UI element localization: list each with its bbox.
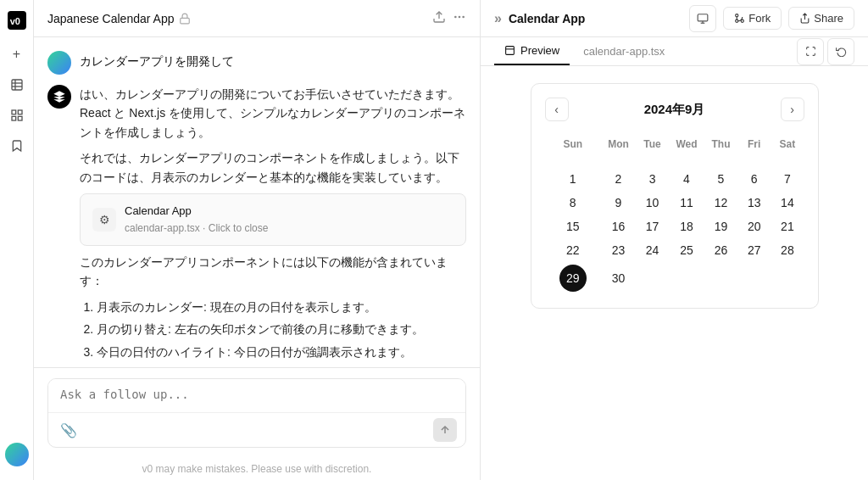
- calendar-day[interactable]: 25: [669, 238, 704, 262]
- calendar-day[interactable]: 24: [636, 238, 669, 262]
- user-avatar[interactable]: [5, 443, 29, 466]
- tab-file-label: calendar-app.tsx: [583, 45, 665, 58]
- calendar-day[interactable]: 30: [601, 262, 636, 294]
- fork-button[interactable]: Fork: [723, 7, 782, 30]
- new-chat-button[interactable]: +: [3, 41, 31, 68]
- calendar-day[interactable]: 6: [737, 167, 771, 191]
- svg-point-13: [463, 16, 464, 17]
- disclaimer: v0 may make mistakes. Please use with di…: [34, 458, 480, 480]
- calendar-day[interactable]: 29: [545, 262, 601, 294]
- calendar-day[interactable]: 26: [704, 238, 737, 262]
- bookmark-icon[interactable]: [3, 132, 31, 159]
- svg-point-21: [736, 14, 738, 17]
- lock-icon: [179, 13, 191, 25]
- calendar-day[interactable]: 27: [737, 238, 771, 262]
- calendar-day: [771, 262, 804, 294]
- tab-preview-label: Preview: [520, 44, 559, 57]
- user-avatar-bubble: [47, 51, 71, 75]
- tab-preview[interactable]: Preview: [494, 37, 570, 65]
- calendar-day[interactable]: 3: [636, 167, 669, 191]
- right-panel-title: Calendar App: [509, 12, 586, 25]
- weekday-wed: Wed: [669, 135, 704, 157]
- app-logo: v0: [3, 7, 31, 34]
- refresh-button[interactable]: [827, 38, 854, 65]
- send-button[interactable]: [433, 418, 457, 442]
- ai-detail: それでは、カレンダーアプリのコンポーネントを作成しましょう。以下のコードは、月表…: [80, 148, 466, 187]
- calendar-day: [669, 157, 704, 167]
- svg-rect-10: [181, 18, 190, 23]
- calendar-day[interactable]: 21: [771, 215, 804, 238]
- calendar-day[interactable]: 5: [704, 167, 737, 191]
- more-icon[interactable]: [453, 10, 466, 27]
- svg-rect-6: [12, 110, 16, 114]
- calendar-day[interactable]: 14: [771, 191, 804, 215]
- ai-avatar: [47, 85, 71, 109]
- svg-point-12: [459, 16, 459, 17]
- calendar-header: ‹ 2024年9月 ›: [545, 98, 804, 121]
- left-header: Japanese Calendar App: [34, 0, 480, 37]
- projects-icon[interactable]: [3, 102, 31, 129]
- calendar-day[interactable]: 13: [737, 191, 771, 215]
- code-block-title: Calendar App: [125, 203, 453, 220]
- calendar-widget: ‹ 2024年9月 › Sun Mon Tue Wed Thu Fri Sat: [531, 83, 819, 309]
- calendar-day[interactable]: 8: [545, 191, 601, 215]
- history-icon[interactable]: [3, 71, 31, 98]
- user-message-text: カレンダーアプリを開発して: [80, 51, 234, 70]
- calendar-day[interactable]: 12: [704, 191, 737, 215]
- chat-title: Japanese Calendar App: [47, 12, 191, 25]
- features-list: 月表示のカレンダー: 現在の月の日付を表示します。 月の切り替え: 左右の矢印ボ…: [80, 298, 466, 367]
- calendar-day[interactable]: 11: [669, 191, 704, 215]
- svg-rect-7: [18, 110, 22, 114]
- calendar-day[interactable]: 28: [771, 238, 804, 262]
- fullscreen-button[interactable]: [797, 38, 824, 65]
- right-header-title-area: » Calendar App: [494, 11, 585, 26]
- svg-rect-25: [506, 47, 515, 55]
- prev-month-button[interactable]: ‹: [545, 98, 569, 121]
- share-button[interactable]: Share: [788, 7, 854, 30]
- calendar-grid: Sun Mon Tue Wed Thu Fri Sat 123456789101…: [545, 135, 804, 294]
- weekday-fri: Fri: [737, 135, 771, 157]
- feature-3: 今日の日付のハイライト: 今日の日付が強調表示されます。: [97, 343, 466, 361]
- calendar-day[interactable]: 19: [704, 215, 737, 238]
- follow-up-input[interactable]: [48, 379, 465, 410]
- right-header-actions: Fork Share: [689, 5, 854, 32]
- share-label: Share: [814, 12, 843, 25]
- calendar-day[interactable]: 4: [669, 167, 704, 191]
- calendar-day[interactable]: 10: [636, 191, 669, 215]
- calendar-day[interactable]: 9: [601, 191, 636, 215]
- next-month-button[interactable]: ›: [781, 98, 804, 121]
- tab-file[interactable]: calendar-app.tsx: [573, 38, 675, 64]
- desktop-view-button[interactable]: [689, 5, 716, 32]
- calendar-day[interactable]: 17: [636, 215, 669, 238]
- calendar-day[interactable]: 22: [545, 238, 601, 262]
- svg-point-22: [736, 20, 738, 22]
- sidebar: v0 +: [0, 0, 34, 480]
- ai-intro: はい、カレンダーアプリの開発についてお手伝いさせていただきます。React と …: [80, 85, 466, 142]
- calendar-day: [704, 157, 737, 167]
- input-bottom-bar: 📎: [48, 412, 465, 447]
- calendar-day[interactable]: 1: [545, 167, 601, 191]
- calendar-day: [601, 157, 636, 167]
- right-tab-actions: [797, 38, 854, 65]
- svg-point-14: [455, 16, 456, 17]
- calendar-day[interactable]: 18: [669, 215, 704, 238]
- svg-rect-2: [12, 80, 22, 90]
- fork-label: Fork: [748, 12, 771, 25]
- breadcrumb-chevron: »: [494, 11, 502, 26]
- svg-rect-9: [18, 116, 22, 120]
- calendar-day: [636, 262, 669, 294]
- weekday-sat: Sat: [771, 135, 804, 157]
- code-block-info: Calendar App calendar-app.tsx · Click to…: [125, 203, 453, 237]
- weekday-thu: Thu: [704, 135, 737, 157]
- calendar-day[interactable]: 15: [545, 215, 601, 238]
- upload-icon[interactable]: [432, 10, 446, 27]
- code-block[interactable]: ⚙ Calendar App calendar-app.tsx · Click …: [80, 193, 466, 246]
- calendar-day[interactable]: 7: [771, 167, 804, 191]
- attach-button[interactable]: 📎: [57, 421, 81, 440]
- calendar-day[interactable]: 23: [601, 238, 636, 262]
- right-header: » Calendar App Fork Share: [481, 0, 868, 37]
- calendar-day[interactable]: 2: [601, 167, 636, 191]
- code-block-icon: ⚙: [92, 208, 116, 232]
- calendar-day[interactable]: 16: [601, 215, 636, 238]
- calendar-day[interactable]: 20: [737, 215, 771, 238]
